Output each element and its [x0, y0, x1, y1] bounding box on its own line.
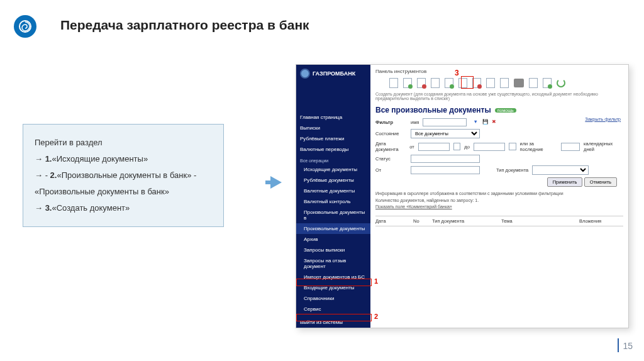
toolbar-hint: Создать документ (для создания документа…	[375, 92, 623, 101]
filter-down-icon[interactable]: ▼	[473, 119, 480, 126]
nav-outgoing[interactable]: Исходящие документы	[296, 164, 370, 175]
nav-dicts[interactable]: Справочники	[296, 293, 370, 304]
hide-filter-link[interactable]: Закрыть фильтр	[585, 116, 621, 122]
info-line-2: Количество документов, найденных по запр…	[375, 197, 623, 204]
date-from-input[interactable]	[418, 143, 450, 151]
main-panel: Панель инструментов Создать документ (дл…	[370, 65, 628, 328]
print-icon[interactable]	[514, 79, 524, 87]
doc-icon-2[interactable]	[403, 78, 412, 88]
calendar-from-icon[interactable]	[453, 143, 461, 150]
brand: ГАЗПРОМБАНК	[296, 65, 370, 82]
nav-exit[interactable]: Выйти из системы	[296, 317, 370, 328]
page-number: 15	[623, 341, 633, 351]
nav-rub-docs[interactable]: Рублёвые документы	[296, 175, 370, 186]
spiral-icon	[18, 19, 33, 34]
slide-title: Передача зарплатного реестра в банк	[60, 18, 309, 33]
app-screenshot: ГАЗПРОМБАНК Главная страница Выписки Руб…	[296, 64, 629, 328]
nav-recall-req[interactable]: Запросы на отзыв документ	[296, 255, 370, 272]
filter-row-state: Состояние Все документы	[375, 129, 623, 138]
date-to-input[interactable]	[474, 143, 505, 151]
instruction-box: Перейти в раздел 1.«Исходящие документы»…	[23, 124, 224, 227]
from-input[interactable]	[411, 166, 480, 174]
info-line-1: Информация в скроллере отображена в соот…	[375, 191, 623, 197]
doc-icon-8[interactable]	[486, 78, 495, 88]
create-doc-icon[interactable]	[389, 78, 398, 88]
help-badge[interactable]: помощь	[495, 108, 516, 113]
table-header: Дата No Тип документа Тема Вложения	[375, 216, 623, 226]
nav-rub-payments[interactable]: Рублёвые платежи	[296, 133, 370, 144]
nav-incoming[interactable]: Входящие документы	[296, 282, 370, 293]
nav-fx-control[interactable]: Валютный контроль	[296, 196, 370, 207]
filter-save-icon[interactable]: 💾	[482, 119, 490, 126]
inst-step-2: - 2.«Произвольные документы в банк» -	[35, 167, 212, 184]
filter-buttons: Применить Отменить	[375, 177, 623, 187]
show-comment-link[interactable]: Показать поле «Комментарий банка»	[375, 204, 623, 211]
state-select[interactable]: Все документы	[411, 129, 480, 138]
nav-home[interactable]: Главная страница	[296, 112, 370, 123]
refresh-icon[interactable]	[557, 79, 565, 87]
annotation-2: 2	[374, 313, 378, 320]
inst-lead: Перейти в раздел	[35, 135, 212, 151]
inst-step-3: 3.«Создать документ»	[35, 200, 212, 216]
nav-arb-docs-1[interactable]: Произвольные документы в	[296, 207, 370, 223]
annotation-3: 3	[455, 69, 459, 77]
doc-icon-4[interactable]	[431, 78, 440, 88]
doctype-select[interactable]	[532, 165, 589, 175]
nav-fx-transfers[interactable]: Валютные переводы	[296, 144, 370, 155]
nav-statements[interactable]: Выписки	[296, 123, 370, 133]
inst-step-2-cont: «Произвольные документы в банк»	[35, 184, 212, 200]
filter-name-input[interactable]	[423, 118, 467, 126]
inst-step-1: 1.«Исходящие документы»	[35, 151, 212, 167]
nav-archive[interactable]: Архив	[296, 234, 370, 245]
toolbar	[375, 75, 623, 91]
nav-import[interactable]: Импорт документов из БС	[296, 272, 370, 282]
doc-icon-10[interactable]	[529, 78, 538, 88]
doc-icon-11[interactable]	[543, 78, 552, 88]
annotation-1: 1	[374, 277, 378, 285]
doc-icon-3[interactable]	[417, 78, 426, 88]
nav-stmt-req[interactable]: Запросы выписки	[296, 245, 370, 255]
apply-button[interactable]: Применить	[547, 177, 583, 187]
filter-row-from: От Тип документа	[375, 165, 623, 175]
page-heading: Все произвольные документы помощь	[375, 106, 623, 114]
nav-arb-docs-2[interactable]: Произвольные документы	[296, 223, 370, 234]
slide-logo	[14, 15, 36, 38]
cancel-button[interactable]: Отменить	[584, 177, 617, 187]
doc-icon-5[interactable]	[445, 78, 453, 88]
doc-icon-7[interactable]	[472, 78, 481, 88]
calendar-to-icon[interactable]	[509, 143, 516, 150]
nav-service[interactable]: Сервис	[296, 304, 370, 314]
pointer-arrow-icon	[270, 176, 282, 189]
nav-fx-docs[interactable]: Валютные документы	[296, 186, 370, 196]
filter-row-date: Дата документа от до или за последние ка…	[375, 141, 623, 152]
nav-ops-label: Все операции	[296, 155, 370, 164]
filter-row-status: Статус	[375, 155, 623, 163]
toolbar-title: Панель инструментов	[375, 69, 623, 74]
page-accent-bar	[618, 338, 619, 352]
filter-clear-icon[interactable]: ✖	[492, 119, 499, 126]
brand-logo-icon	[300, 69, 310, 79]
status-input[interactable]	[411, 155, 480, 163]
days-input[interactable]	[561, 143, 580, 151]
annotation-box-3	[461, 76, 474, 89]
sidebar: ГАЗПРОМБАНК Главная страница Выписки Руб…	[296, 65, 370, 328]
doc-icon-9[interactable]	[500, 78, 509, 88]
